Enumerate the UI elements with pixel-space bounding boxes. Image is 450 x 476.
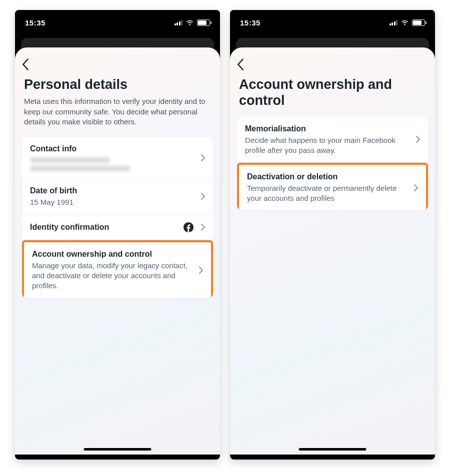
chevron-right-icon bbox=[414, 184, 418, 191]
row-title: Account ownership and control bbox=[32, 249, 193, 260]
wifi-icon bbox=[186, 19, 194, 25]
row-title: Date of birth bbox=[30, 186, 195, 196]
chevron-left-icon bbox=[237, 58, 244, 70]
chevron-right-icon bbox=[201, 193, 205, 200]
status-indicators bbox=[174, 19, 210, 26]
row-subtitle: Manage your data, modify your legacy con… bbox=[32, 261, 193, 291]
phone-left: 15:35 Personal details Meta uses this in… bbox=[15, 10, 220, 460]
row-subtitle: Decide what happens to your main Faceboo… bbox=[245, 135, 410, 156]
chevron-right-icon bbox=[416, 136, 420, 143]
chevron-right-icon bbox=[201, 224, 205, 231]
row-title: Deactivation or deletion bbox=[247, 172, 408, 182]
page-title: Account ownership and control bbox=[239, 76, 426, 109]
row-title: Contact info bbox=[30, 144, 195, 154]
settings-card: Memorialisation Decide what happens to y… bbox=[237, 117, 428, 211]
cellular-icon bbox=[174, 20, 183, 25]
chevron-right-icon bbox=[201, 154, 205, 161]
row-identity-confirmation[interactable]: Identity confirmation bbox=[22, 215, 213, 240]
battery-icon bbox=[197, 19, 210, 26]
page-description: Meta uses this information to verify you… bbox=[24, 96, 211, 127]
home-indicator[interactable] bbox=[84, 448, 152, 451]
redacted-text bbox=[30, 166, 130, 171]
status-bar: 15:35 bbox=[230, 10, 435, 35]
status-time: 15:35 bbox=[25, 18, 46, 27]
row-deactivation-deletion[interactable]: Deactivation or deletion Temporarily dea… bbox=[237, 163, 428, 210]
redacted-text bbox=[30, 157, 110, 163]
back-button[interactable] bbox=[22, 55, 40, 73]
row-account-ownership[interactable]: Account ownership and control Manage you… bbox=[22, 240, 213, 298]
chevron-left-icon bbox=[22, 58, 29, 70]
home-indicator[interactable] bbox=[299, 448, 366, 451]
page-title: Personal details bbox=[24, 76, 211, 92]
battery-icon bbox=[412, 19, 425, 26]
row-memorialisation[interactable]: Memorialisation Decide what happens to y… bbox=[237, 117, 428, 163]
row-title: Identity confirmation bbox=[30, 222, 177, 233]
cellular-icon bbox=[390, 20, 398, 25]
status-indicators bbox=[390, 19, 426, 26]
facebook-icon bbox=[183, 222, 194, 233]
row-title: Memorialisation bbox=[245, 124, 410, 134]
status-bar: 15:35 bbox=[15, 10, 220, 35]
settings-card: Contact info Date of birth 15 May 1991 bbox=[22, 137, 213, 298]
row-value: 15 May 1991 bbox=[30, 197, 195, 207]
status-time: 15:35 bbox=[240, 18, 260, 27]
phone-right: 15:35 Account ownership and control Memo… bbox=[230, 10, 435, 460]
row-subtitle: Temporarily deactivate or permanently de… bbox=[247, 183, 408, 204]
chevron-right-icon bbox=[199, 267, 203, 274]
back-button[interactable] bbox=[237, 55, 255, 73]
wifi-icon bbox=[400, 19, 409, 25]
row-date-of-birth[interactable]: Date of birth 15 May 1991 bbox=[22, 179, 213, 215]
row-contact-info[interactable]: Contact info bbox=[22, 137, 213, 179]
